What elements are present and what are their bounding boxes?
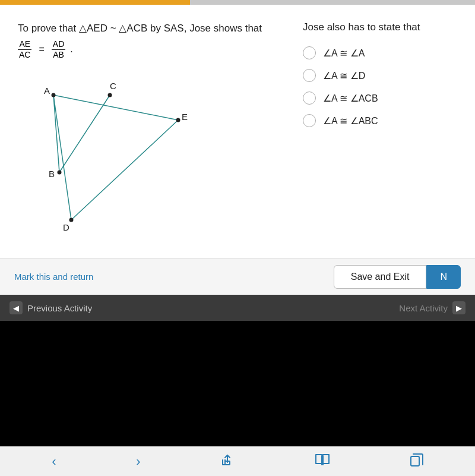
fraction-equation: AE AC = AD AB . xyxy=(18,39,291,60)
right-section: Jose also has to state that ∠A ≅ ∠A ∠A ≅… xyxy=(303,21,457,246)
period: . xyxy=(70,44,72,55)
svg-point-5 xyxy=(52,93,56,97)
radio-circle-1[interactable] xyxy=(303,46,316,59)
svg-text:B: B xyxy=(49,169,55,179)
share-icon[interactable] xyxy=(220,453,235,471)
fraction-2: AD AB xyxy=(52,39,65,60)
fraction2-denominator: AB xyxy=(52,50,65,60)
svg-line-2 xyxy=(71,120,178,220)
radio-circle-3[interactable] xyxy=(303,92,316,105)
svg-line-3 xyxy=(53,95,59,172)
main-content: To prove that △AED ~ △ACB by SAS, Jose s… xyxy=(0,5,475,295)
fraction1-denominator: AC xyxy=(18,50,31,60)
svg-text:C: C xyxy=(110,81,116,91)
copy-icon[interactable] xyxy=(410,453,423,470)
book-icon[interactable] xyxy=(315,453,330,470)
next-activity-area: Next Activity ▶ xyxy=(399,301,466,314)
option-2-text: ∠A ≅ ∠D xyxy=(323,70,365,81)
next-arrow-icon[interactable]: ▶ xyxy=(452,301,466,314)
fraction-1: AE AC xyxy=(18,39,31,60)
action-buttons: Save and Exit N xyxy=(334,265,461,289)
right-label: Jose also has to state that xyxy=(303,21,457,33)
top-bar xyxy=(0,0,475,5)
ios-bar: ‹ › xyxy=(0,446,475,476)
option-2[interactable]: ∠A ≅ ∠D xyxy=(303,69,457,82)
left-section: To prove that △AED ~ △ACB by SAS, Jose s… xyxy=(18,21,291,246)
next-activity-label: Next Activity xyxy=(399,303,448,313)
nav-bar: ◀ Previous Activity Next Activity ▶ xyxy=(0,295,475,321)
mark-return-link[interactable]: Mark this and return xyxy=(14,272,93,282)
radio-circle-4[interactable] xyxy=(303,114,316,127)
question-area: To prove that △AED ~ △ACB by SAS, Jose s… xyxy=(0,5,475,258)
screen: To prove that △AED ~ △ACB by SAS, Jose s… xyxy=(0,0,475,476)
next-button[interactable]: N xyxy=(426,265,461,289)
svg-text:A: A xyxy=(44,86,50,96)
triangle-svg: A C E B D xyxy=(18,77,208,244)
svg-point-8 xyxy=(58,171,62,175)
action-bar: Mark this and return Save and Exit N xyxy=(0,258,475,295)
equals-sign: = xyxy=(39,44,44,55)
option-3[interactable]: ∠A ≅ ∠ACB xyxy=(303,92,457,105)
svg-line-4 xyxy=(59,95,110,172)
fraction2-numerator: AD xyxy=(52,39,65,50)
option-1-text: ∠A ≅ ∠A xyxy=(323,48,365,59)
svg-text:E: E xyxy=(182,112,188,122)
svg-rect-16 xyxy=(411,456,419,466)
save-exit-button[interactable]: Save and Exit xyxy=(334,265,427,289)
svg-point-6 xyxy=(108,93,112,97)
question-text: To prove that △AED ~ △ACB by SAS, Jose s… xyxy=(18,21,291,36)
forward-chevron-icon[interactable]: › xyxy=(136,454,140,469)
svg-text:D: D xyxy=(63,222,69,232)
option-4-text: ∠A ≅ ∠ABC xyxy=(323,115,378,127)
back-chevron-icon[interactable]: ‹ xyxy=(52,454,56,469)
prev-activity-label: Previous Activity xyxy=(27,303,92,313)
radio-options: ∠A ≅ ∠A ∠A ≅ ∠D ∠A ≅ ∠ACB ∠A ≅ ∠ABC xyxy=(303,46,457,127)
radio-circle-2[interactable] xyxy=(303,69,316,82)
option-4[interactable]: ∠A ≅ ∠ABC xyxy=(303,114,457,127)
black-spacer xyxy=(0,321,475,446)
svg-point-7 xyxy=(176,118,180,122)
prev-arrow-icon: ◀ xyxy=(10,301,23,314)
svg-line-0 xyxy=(53,95,178,120)
option-3-text: ∠A ≅ ∠ACB xyxy=(323,93,378,104)
diagram: A C E B D xyxy=(18,77,291,246)
prev-activity-button[interactable]: ◀ Previous Activity xyxy=(10,301,92,314)
option-1[interactable]: ∠A ≅ ∠A xyxy=(303,46,457,59)
svg-point-9 xyxy=(69,218,74,222)
fraction1-numerator: AE xyxy=(18,39,31,50)
